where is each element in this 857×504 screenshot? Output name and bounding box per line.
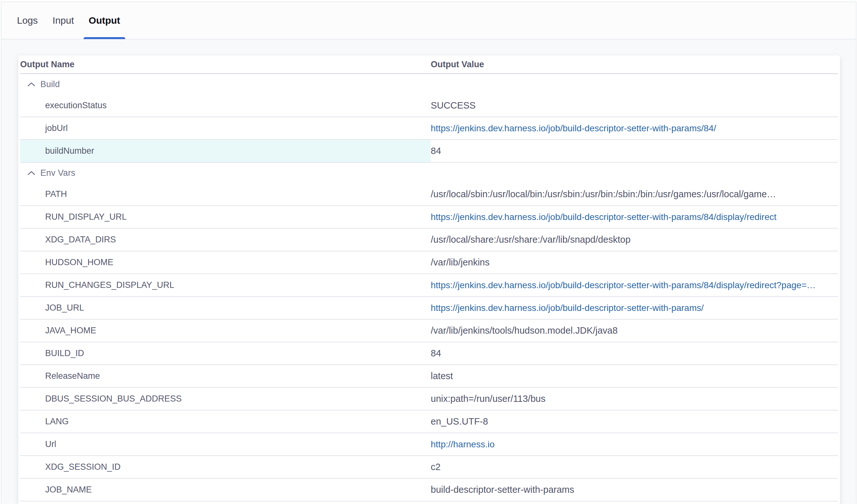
row-name: DBUS_SESSION_BUS_ADDRESS bbox=[20, 388, 431, 410]
group-label: Build bbox=[40, 80, 60, 89]
row-name: RUN_CHANGES_DISPLAY_URL bbox=[20, 274, 431, 296]
row-value-text: /var/lib/jenkins/tools/hudson.model.JDK/… bbox=[431, 325, 618, 336]
chevron-up-icon[interactable] bbox=[27, 82, 36, 87]
row-value-text: latest bbox=[431, 371, 453, 381]
row-value-cell: https://jenkins.dev.harness.io/job/build… bbox=[431, 274, 838, 296]
group-label: Env Vars bbox=[40, 168, 75, 178]
output-panel: Output Name Output Value BuildexecutionS… bbox=[1, 39, 856, 504]
row-value-link[interactable]: http://harness.io bbox=[431, 439, 494, 450]
row-value-cell: /usr/local/share:/usr/share:/var/lib/sna… bbox=[431, 229, 838, 251]
row-value-cell: /var/lib/jenkins bbox=[431, 251, 838, 273]
table-row-releasename: ReleaseNamelatest bbox=[20, 365, 838, 388]
row-value-text: /usr/local/sbin:/usr/local/bin:/usr/sbin… bbox=[431, 189, 776, 200]
row-value-cell: c2 bbox=[431, 456, 838, 478]
output-table-card: Output Name Output Value BuildexecutionS… bbox=[18, 55, 840, 504]
row-value-text: en_US.UTF-8 bbox=[431, 416, 488, 427]
row-name: JOB_NAME bbox=[20, 479, 431, 501]
row-value-link[interactable]: https://jenkins.dev.harness.io/job/build… bbox=[431, 212, 777, 222]
table-row-build-id: BUILD_ID84 bbox=[20, 342, 838, 365]
tab-input[interactable]: Input bbox=[47, 2, 79, 39]
row-value-text: 84 bbox=[431, 146, 441, 156]
group-row-env-vars[interactable]: Env Vars bbox=[20, 163, 838, 183]
tab-output[interactable]: Output bbox=[84, 2, 125, 39]
row-value-text: SUCCESS bbox=[431, 100, 475, 111]
table-row-executionstatus: executionStatusSUCCESS bbox=[20, 95, 838, 117]
row-name: jobUrl bbox=[20, 117, 431, 139]
table-row-lang: LANGen_US.UTF-8 bbox=[20, 410, 838, 433]
row-value-cell: https://jenkins.dev.harness.io/job/build… bbox=[431, 206, 838, 228]
tab-bar: Logs Input Output bbox=[1, 2, 856, 39]
row-name: Url bbox=[20, 433, 431, 455]
row-value-cell: /usr/local/sbin:/usr/local/bin:/usr/sbin… bbox=[431, 183, 838, 205]
table-row-joburl: jobUrlhttps://jenkins.dev.harness.io/job… bbox=[20, 117, 838, 140]
app-window: Logs Input Output Output Name Output Val… bbox=[1, 2, 856, 504]
row-name: BUILD_ID bbox=[20, 342, 431, 364]
table-row-xdg-data-dirs: XDG_DATA_DIRS/usr/local/share:/usr/share… bbox=[20, 229, 838, 251]
table-row-buildnumber: buildNumber84 bbox=[20, 140, 838, 163]
table-row-job-url: JOB_URLhttps://jenkins.dev.harness.io/jo… bbox=[20, 297, 838, 320]
row-value-cell: https://jenkins.dev.harness.io/job/build… bbox=[431, 117, 838, 139]
table-row-hudson-home: HUDSON_HOME/var/lib/jenkins bbox=[20, 251, 838, 274]
row-name: executionStatus bbox=[20, 95, 431, 117]
row-name: buildNumber bbox=[20, 140, 431, 162]
row-value-link[interactable]: https://jenkins.dev.harness.io/job/build… bbox=[431, 303, 704, 313]
chevron-up-icon[interactable] bbox=[27, 170, 36, 175]
column-header-output-value: Output Value bbox=[431, 60, 838, 69]
table-row-java-home: JAVA_HOME/var/lib/jenkins/tools/hudson.m… bbox=[20, 320, 838, 342]
row-name: JOB_URL bbox=[20, 297, 431, 319]
table-row-run-changes-display-url: RUN_CHANGES_DISPLAY_URLhttps://jenkins.d… bbox=[20, 274, 838, 297]
row-value-text: 84 bbox=[431, 348, 441, 359]
row-value-cell: latest bbox=[431, 365, 838, 387]
row-value-cell: https://jenkins.dev.harness.io/job/build… bbox=[431, 297, 838, 319]
tab-logs[interactable]: Logs bbox=[12, 2, 43, 39]
row-value-cell: en_US.UTF-8 bbox=[431, 410, 838, 433]
row-value-cell: 84 bbox=[431, 140, 838, 162]
row-value-cell: /var/lib/jenkins/tools/hudson.model.JDK/… bbox=[431, 320, 838, 342]
row-value-cell: build-descriptor-setter-with-params bbox=[431, 479, 838, 501]
row-name: HUDSON_HOME bbox=[20, 251, 431, 273]
table-row-xdg-session-id: XDG_SESSION_IDc2 bbox=[20, 456, 838, 479]
row-value-text: build-descriptor-setter-with-params bbox=[431, 485, 574, 495]
row-name: XDG_SESSION_ID bbox=[20, 456, 431, 478]
row-value-link[interactable]: https://jenkins.dev.harness.io/job/build… bbox=[431, 280, 816, 290]
row-value-cell: http://harness.io bbox=[431, 433, 838, 455]
row-name: XDG_DATA_DIRS bbox=[20, 229, 431, 251]
row-value-cell: unix:path=/run/user/113/bus bbox=[431, 388, 838, 410]
row-value-cell: SUCCESS bbox=[431, 95, 838, 117]
column-header-output-name: Output Name bbox=[20, 60, 431, 69]
row-value-text: /usr/local/share:/usr/share:/var/lib/sna… bbox=[431, 234, 631, 245]
row-value-text: unix:path=/run/user/113/bus bbox=[431, 393, 545, 404]
table-header-row: Output Name Output Value bbox=[20, 55, 838, 74]
table-row-url: Urlhttp://harness.io bbox=[20, 433, 838, 456]
table-row-job-name: JOB_NAMEbuild-descriptor-setter-with-par… bbox=[20, 479, 838, 501]
table-row-run-display-url: RUN_DISPLAY_URLhttps://jenkins.dev.harne… bbox=[20, 206, 838, 229]
table-row-dbus-session-bus-address: DBUS_SESSION_BUS_ADDRESSunix:path=/run/u… bbox=[20, 388, 838, 410]
row-name: ReleaseName bbox=[20, 365, 431, 387]
row-value-text: /var/lib/jenkins bbox=[431, 257, 490, 268]
row-name: PATH bbox=[20, 183, 431, 205]
row-value-text: c2 bbox=[431, 462, 441, 472]
table-body: BuildexecutionStatusSUCCESSjobUrlhttps:/… bbox=[20, 74, 838, 501]
group-row-build[interactable]: Build bbox=[20, 74, 838, 95]
row-value-link[interactable]: https://jenkins.dev.harness.io/job/build… bbox=[431, 123, 716, 134]
row-name: LANG bbox=[20, 410, 431, 433]
row-name: RUN_DISPLAY_URL bbox=[20, 206, 431, 228]
row-value-cell: 84 bbox=[431, 342, 838, 364]
table-row-path: PATH/usr/local/sbin:/usr/local/bin:/usr/… bbox=[20, 183, 838, 206]
row-name: JAVA_HOME bbox=[20, 320, 431, 342]
